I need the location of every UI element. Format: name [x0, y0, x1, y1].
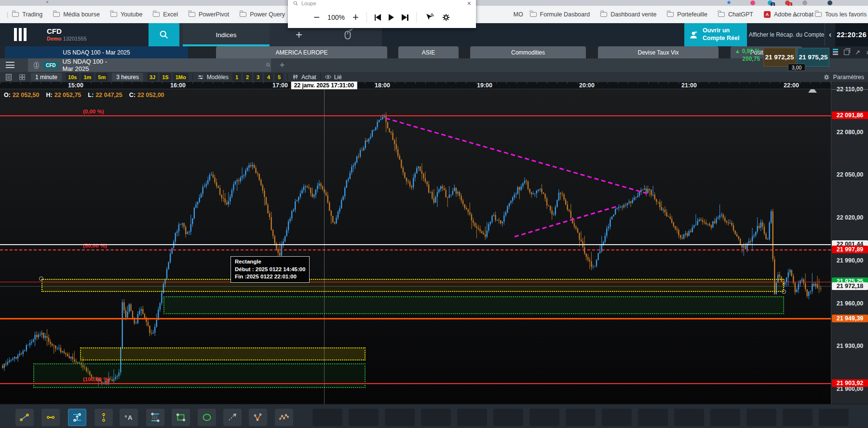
tool-trend-line-button[interactable] [15, 409, 34, 426]
bookmark-item[interactable]: Dashboard vente [600, 11, 656, 18]
price-tick: 21 930,00 [831, 343, 868, 349]
skip-back-button[interactable] [375, 14, 381, 21]
tool-text-button[interactable]: A [120, 409, 138, 426]
folder-icon [600, 12, 607, 17]
trend-line-icon [19, 412, 30, 423]
bookmark-item[interactable]: Formule Dasboard [530, 11, 590, 18]
market-tab-3[interactable]: Commodities [470, 46, 586, 58]
quick-interval-5m[interactable]: 5m [95, 73, 108, 81]
tool-zigzag-button[interactable] [249, 409, 267, 426]
chart-number-4[interactable]: 4 [264, 73, 273, 81]
settings-button[interactable]: Paramètres [823, 72, 864, 82]
chart-canvas[interactable]: O:22 052,50 H:22 052,75 L:22 047,25 C:22… [0, 89, 831, 404]
zoom-out-button[interactable]: − [313, 11, 320, 24]
sliders-icon [197, 74, 204, 81]
interval-selector[interactable]: 1 minute [31, 73, 62, 81]
gear-icon[interactable] [442, 13, 450, 22]
collapse-chevron[interactable]: ‹ [825, 23, 835, 46]
tool-horizontal-line-button[interactable] [41, 409, 60, 426]
bookmark-item[interactable]: ChatGPT [718, 11, 753, 18]
account-summary-link[interactable]: Afficher le Récap. du Compte [748, 23, 825, 46]
scroll-up-arrow[interactable] [808, 89, 817, 93]
empty-tool-slot [638, 409, 668, 426]
market-tab-2[interactable]: ASIE [398, 46, 459, 58]
market-tab-1[interactable]: AMERICA EUROPE [216, 46, 387, 58]
trend-lines-overlay[interactable] [0, 89, 831, 404]
horizontal-line-icon [45, 412, 56, 423]
linked-button[interactable]: Lié [325, 73, 342, 81]
quick-range-3J[interactable]: 3J [147, 73, 158, 81]
time-label: 19:00 [477, 82, 492, 89]
open-real-account-button[interactable]: Ouvrir unCompte Réel [684, 23, 747, 46]
close-icon[interactable]: × [866, 48, 868, 56]
market-tab-4[interactable]: Devise Taux Vix [598, 46, 719, 58]
tool-multi-zigzag-button[interactable] [275, 409, 293, 426]
quick-intervals: 10s1m5m [66, 73, 108, 81]
range-selector[interactable]: 3 heures [112, 73, 143, 81]
bookmark-item[interactable]: Power Query [240, 11, 285, 18]
buy-button[interactable]: Achat [292, 73, 316, 81]
chart-number-1[interactable]: 1 [232, 73, 241, 81]
extension-icon[interactable] [750, 0, 755, 5]
templates-button[interactable]: Modèles [197, 74, 229, 81]
bookmark-item[interactable]: MO [513, 11, 523, 18]
empty-tool-slot [457, 409, 487, 426]
bookmark-item[interactable]: AAdobe Acrobat [764, 11, 814, 18]
quick-interval-1m[interactable]: 1m [81, 73, 94, 81]
bookmark-item[interactable]: Trading [12, 11, 42, 18]
cfd-pill: CFD [43, 62, 59, 69]
quick-range-1S[interactable]: 1S [160, 73, 171, 81]
list-view-icon[interactable] [4, 73, 14, 81]
chart-number-2[interactable]: 2 [243, 73, 252, 81]
drawing-handle[interactable] [782, 290, 786, 294]
profile-avatar[interactable] [827, 0, 832, 5]
close-icon[interactable]: × [467, 0, 471, 7]
bookmarks-overflow-chevron[interactable]: » [793, 11, 797, 19]
tool-vertical-line-button[interactable] [95, 409, 113, 426]
bookmark-item[interactable]: Média bourse [53, 11, 100, 18]
skip-forward-button[interactable] [402, 14, 408, 21]
bookmark-item[interactable]: Youtube [110, 11, 142, 18]
pointer-audio-icon[interactable] [424, 13, 434, 22]
tool-vertical-range-button[interactable] [68, 409, 86, 426]
drawing-handle[interactable] [39, 276, 43, 281]
bookmark-star-icon[interactable]: ★ [726, 0, 732, 6]
menu-hamburger-icon[interactable] [6, 62, 14, 68]
tab-close-icon[interactable]: × [46, 0, 49, 5]
tool-ellipse-button[interactable] [198, 409, 216, 426]
arrow-icon [227, 412, 238, 423]
restore-window-icon[interactable] [844, 50, 849, 55]
chart-number-3[interactable]: 3 [254, 73, 262, 81]
quick-range-1Mo[interactable]: 1Mo [173, 73, 189, 81]
tab-indices[interactable]: Indices [183, 23, 270, 46]
chart-number-5[interactable]: 5 [275, 73, 284, 81]
price-axis[interactable]: 22 110,0022 080,0022 050,0022 020,0021 9… [831, 82, 868, 404]
add-chart-button[interactable]: + [275, 58, 289, 72]
app-logo-icon[interactable] [14, 28, 27, 41]
play-button[interactable] [389, 14, 394, 21]
quick-interval-10s[interactable]: 10s [66, 73, 79, 81]
account-type: Demo [47, 36, 62, 41]
bookmark-item[interactable]: PowerPivot [189, 11, 229, 18]
zoom-in-button[interactable]: + [353, 11, 359, 24]
time-label: 18:00 [375, 82, 390, 89]
all-favorites-button[interactable]: Tous les favoris [815, 11, 867, 18]
tool-rectangle-button[interactable] [172, 409, 190, 426]
search-button[interactable] [149, 23, 179, 46]
chart-tab-active[interactable]: 1 CFD US NDAQ 100 - Mar 2025 [28, 58, 271, 72]
change-absolute: 200,75 [717, 55, 760, 63]
time-label: 21:00 [681, 82, 697, 89]
market-tab-0[interactable]: US NDAQ 100 - Mar 2025 [5, 46, 188, 58]
tool-fibonacci-retracement-button[interactable] [146, 409, 164, 426]
popout-icon[interactable]: ↗ [855, 49, 860, 56]
depth-icon[interactable] [833, 49, 838, 56]
pointer-check-icon[interactable] [341, 28, 354, 42]
grid-layout-icon[interactable] [17, 73, 27, 81]
bookmark-item[interactable]: Excel [153, 11, 178, 18]
loupe-window[interactable]: Loupe × − 100% + [288, 0, 476, 28]
bookmark-item[interactable]: Portefeuille [667, 11, 707, 18]
search-icon[interactable] [266, 61, 271, 69]
extension-icon[interactable] [802, 0, 807, 5]
time-axis[interactable]: 15:0016:0017:0018:0019:0020:0021:0022:00… [0, 82, 831, 89]
tool-arrow-button[interactable] [223, 409, 242, 426]
